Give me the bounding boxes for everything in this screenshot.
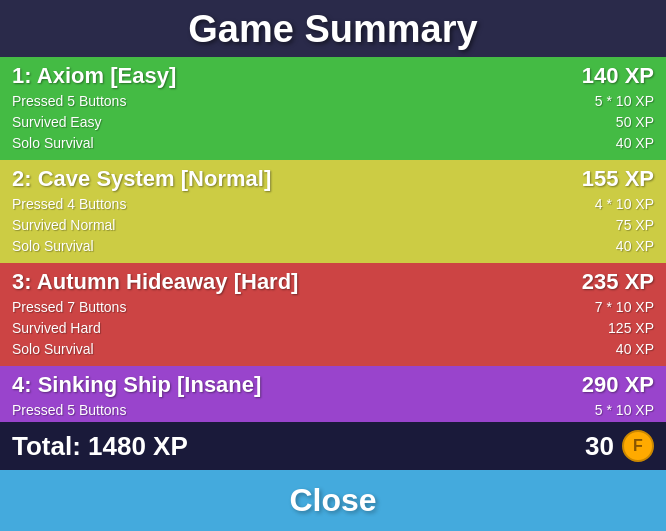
level-detail-row: Survived Normal75 XP <box>12 215 654 236</box>
detail-label: Survived Normal <box>12 215 115 236</box>
level-detail-row: Pressed 5 Buttons5 * 10 XP <box>12 91 654 112</box>
detail-value: 4 * 10 XP <box>595 194 654 215</box>
level-detail-row: Survived Easy50 XP <box>12 112 654 133</box>
detail-value: 125 XP <box>608 318 654 339</box>
detail-label: Solo Survival <box>12 339 94 360</box>
level-header-easy: 1: Axiom [Easy]140 XP <box>12 63 654 89</box>
detail-value: 40 XP <box>616 133 654 154</box>
detail-value: 75 XP <box>616 215 654 236</box>
close-label: Close <box>289 482 376 518</box>
level-section-normal: 2: Cave System [Normal]155 XPPressed 4 B… <box>0 160 666 263</box>
detail-value: 40 XP <box>616 339 654 360</box>
level-xp-insane: 290 XP <box>582 372 654 398</box>
level-name-hard: 3: Autumn Hideaway [Hard] <box>12 269 298 295</box>
detail-label: Pressed 5 Buttons <box>12 400 126 421</box>
level-detail-row: Survived Hard125 XP <box>12 318 654 339</box>
detail-label: Pressed 4 Buttons <box>12 194 126 215</box>
content-area: 1: Axiom [Easy]140 XPPressed 5 Buttons5 … <box>0 57 666 422</box>
total-right: 30 F <box>585 430 654 462</box>
detail-label: Solo Survival <box>12 236 94 257</box>
level-detail-row: Pressed 4 Buttons4 * 10 XP <box>12 194 654 215</box>
total-bar: Total: 1480 XP 30 F <box>0 422 666 470</box>
level-header-insane: 4: Sinking Ship [Insane]290 XP <box>12 372 654 398</box>
level-header-hard: 3: Autumn Hideaway [Hard]235 XP <box>12 269 654 295</box>
level-header-normal: 2: Cave System [Normal]155 XP <box>12 166 654 192</box>
level-detail-row: Solo Survival40 XP <box>12 133 654 154</box>
detail-label: Solo Survival <box>12 133 94 154</box>
level-detail-row: Pressed 5 Buttons5 * 10 XP <box>12 400 654 421</box>
level-name-easy: 1: Axiom [Easy] <box>12 63 176 89</box>
detail-label: Pressed 5 Buttons <box>12 91 126 112</box>
level-section-insane: 4: Sinking Ship [Insane]290 XPPressed 5 … <box>0 366 666 422</box>
total-coins: 30 <box>585 431 614 462</box>
level-xp-hard: 235 XP <box>582 269 654 295</box>
detail-label: Survived Hard <box>12 318 101 339</box>
detail-value: 40 XP <box>616 236 654 257</box>
level-name-insane: 4: Sinking Ship [Insane] <box>12 372 261 398</box>
level-detail-row: Pressed 7 Buttons7 * 10 XP <box>12 297 654 318</box>
level-detail-row: Solo Survival40 XP <box>12 339 654 360</box>
detail-value: 5 * 10 XP <box>595 400 654 421</box>
detail-value: 50 XP <box>616 112 654 133</box>
level-xp-normal: 155 XP <box>582 166 654 192</box>
total-label: Total: 1480 XP <box>12 431 188 462</box>
page-title: Game Summary <box>188 8 477 50</box>
detail-label: Survived Easy <box>12 112 101 133</box>
detail-label: Pressed 7 Buttons <box>12 297 126 318</box>
close-button[interactable]: Close <box>0 470 666 531</box>
level-detail-row: Solo Survival40 XP <box>12 236 654 257</box>
level-name-normal: 2: Cave System [Normal] <box>12 166 271 192</box>
coin-icon: F <box>622 430 654 462</box>
level-xp-easy: 140 XP <box>582 63 654 89</box>
level-section-easy: 1: Axiom [Easy]140 XPPressed 5 Buttons5 … <box>0 57 666 160</box>
detail-value: 5 * 10 XP <box>595 91 654 112</box>
title-bar: Game Summary <box>0 0 666 57</box>
detail-value: 7 * 10 XP <box>595 297 654 318</box>
level-section-hard: 3: Autumn Hideaway [Hard]235 XPPressed 7… <box>0 263 666 366</box>
